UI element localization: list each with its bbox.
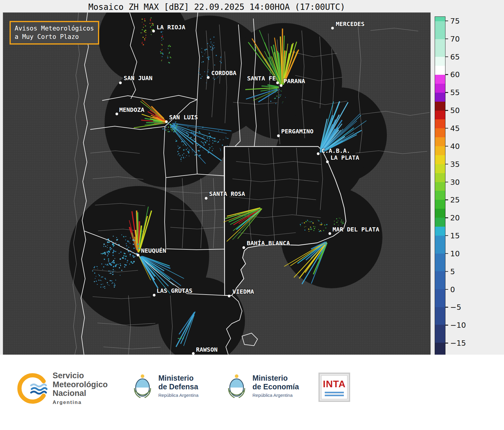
city-label: RAWSON [196,346,217,353]
city-label: CORDOBA [211,69,236,77]
smn-line-2: Meteorológico [53,380,108,389]
colorbar-tick-mark [445,235,448,236]
colorbar-tick-label: 0 [450,285,455,294]
city-marker [137,254,140,257]
colorbar-segment [435,137,445,146]
colorbar-tick-label: 45 [450,124,460,133]
inta-logo: INTA [321,375,347,399]
city-label: MAR DEL PLATA [333,226,379,233]
city-label: VIEDMA [232,288,254,295]
colorbar-tick-mark [445,74,448,75]
colorbar-tick-mark [445,199,448,200]
city-marker [280,84,283,87]
colorbar-segment [435,84,445,93]
city-label: MERCEDES [336,20,364,28]
city-marker [329,232,331,235]
colorbar-segment [435,146,445,155]
colorbar-tick-label: 40 [450,142,460,150]
colorbar-tick-mark [445,110,448,111]
colorbar-tick-mark [445,92,448,93]
department-border [73,13,79,355]
colorbar-tick-label: −5 [450,303,461,312]
inta-logo-block: INTA [318,373,350,402]
colorbar-segment [435,271,445,289]
colorbar-segment [435,128,445,137]
colorbar-segment [435,164,445,173]
colorbar-segment [435,39,445,57]
city-marker [228,295,231,298]
city-marker [326,161,329,163]
smn-wordmark: Servicio Meteorológico Nacional Argentin… [53,371,108,405]
colorbar-tick-label: 70 [450,34,460,43]
city-label: SAN LUIS [169,114,198,121]
colorbar-tick-label: 25 [450,196,460,204]
city-label: SANTA ROSA [209,190,245,197]
colorbar-segment [435,200,445,209]
city-label: SAN JUAN [124,74,152,82]
colorbar-tick-mark [445,21,448,21]
colorbar-segment [435,307,445,325]
colorbar-tick-label: 60 [450,70,460,79]
footer: Servicio Meteorológico Nacional Argentin… [0,355,504,430]
colorbar-segment [435,343,445,356]
colorbar-tick-label: −10 [450,321,466,330]
colorbar-segment [435,119,445,128]
province-border [242,333,258,346]
economia-line-1: Ministerio [252,374,299,382]
colorbar-segment [435,227,445,236]
city-label: SANTA FE [247,75,276,82]
city-label: LAS GRUTAS [157,287,192,294]
colorbar-tick-label: 35 [450,160,460,168]
colorbar-tick-label: 5 [450,267,455,276]
colorbar-segment [435,191,445,200]
colorbar-tick-label: 10 [450,249,460,258]
colorbar-segment [435,57,445,66]
colorbar-segment [435,102,445,111]
argentina-coat-of-arms-icon [226,372,248,399]
ministerio-defensa-wordmark: Ministerio de Defensa República Argentin… [158,374,198,398]
defensa-line-2: de Defensa [158,382,198,391]
city-marker [317,153,320,155]
ministerio-economia-block: Ministerio de Economía República Argenti… [226,372,299,399]
colorbar-segment [435,75,445,84]
department-border [370,28,418,31]
radar-map-canvas: LA RIOJAMERCEDESSAN JUANCORDOBASANTA FEP… [3,13,431,355]
smn-line-3: Nacional [53,389,108,398]
defensa-line-1: Ministerio [158,374,198,382]
city-marker [152,30,155,33]
colorbar-tick-label: 30 [450,178,460,186]
colorbar-segment [435,155,445,164]
colorbar-segment [435,182,445,191]
colorbar-tick-mark [445,128,448,129]
city-marker [207,76,210,79]
city-marker [153,294,156,297]
colorbar-tick-mark [445,164,448,164]
colorbar-tick-label: 15 [450,231,460,240]
colorbar-segment [435,173,445,182]
colorbar-segment [435,17,445,21]
city-marker [243,246,245,249]
radar-map: LA RIOJAMERCEDESSAN JUANCORDOBASANTA FEP… [3,13,431,355]
smn-line-4: Argentina [53,399,108,405]
radar-mosaic-figure: Mosaico ZH MAX [dBZ] 22.09.2025 14:00HOA… [0,0,504,430]
colorbar-segment [435,93,445,102]
city-label: LA RIOJA [157,24,185,31]
smn-logo-icon [17,373,48,404]
city-label: MENDOZA [119,106,144,113]
colorbar-tick-label: 20 [450,214,460,222]
colorbar-segment [435,66,445,75]
colorbar-tick-mark [445,343,448,343]
smn-logo-block: Servicio Meteorológico Nacional Argentin… [17,371,108,405]
department-border [213,178,215,248]
colorbar-segment [435,21,445,39]
city-label: PERGAMINO [281,128,313,135]
ministerio-economia-wordmark: Ministerio de Economía República Argenti… [252,374,299,398]
city-label: NEUQUÉN [141,247,166,254]
colorbar-segment [435,289,445,307]
colorbar-tick-label: 75 [450,16,460,25]
colorbar-scale [435,16,445,356]
city-label: C.A.B.A. [321,147,350,154]
colorbar-segment [435,218,445,227]
defensa-line-3: República Argentina [158,393,198,398]
city-label: PARANA [284,77,305,85]
